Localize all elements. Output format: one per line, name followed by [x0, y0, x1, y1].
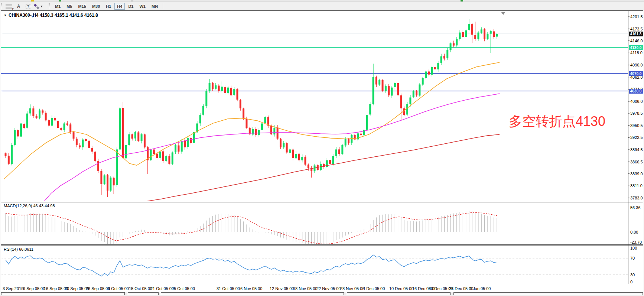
toolbar-gripper[interactable] — [49, 3, 51, 9]
chart-title: ▼CHINA300-,H4 4158.3 4165.1 4141.6 4161.… — [4, 13, 98, 18]
tf-button-W1[interactable]: W1 — [137, 3, 148, 10]
macd-tick-label: 56.36 — [630, 205, 641, 210]
ma-orange — [4, 62, 500, 179]
mt4-application-window: F A T ▼ M1M5M15M30H1H4D1W1MN ▼CHINA300-,… — [0, 0, 644, 296]
price-tick-label: 3866.5 — [630, 160, 643, 164]
rsi-tick-label: 100 — [630, 246, 637, 250]
time-axis-label: 6 Nov 05:00 — [240, 286, 262, 291]
line-studies-and-timeframe-toolbar: F A T ▼ M1M5M15M30H1H4D1W1MN — [0, 2, 644, 10]
price-tick-label: 3978.5 — [630, 111, 643, 116]
time-axis-label: 18 Nov 05:00 — [293, 286, 317, 291]
text-tool-button[interactable]: T — [24, 3, 33, 10]
price-tick-label: 4118.0 — [630, 51, 643, 55]
time-axis-label: 20 Sep 05:00 — [65, 286, 89, 291]
time-axis-label: 10 Dec 05:00 — [389, 286, 413, 291]
price-tick-label: 3922.5 — [630, 135, 643, 140]
fibonacci-icon: F — [6, 4, 12, 9]
bottom-window-strip — [1, 292, 643, 295]
clipped-icon — [131, 0, 133, 1]
rsi-indicator-label: RSI(14) 66.0611 — [4, 247, 33, 251]
tf-button-M1[interactable]: M1 — [52, 3, 63, 10]
macd-tick-label: -23.78 — [630, 240, 642, 244]
time-axis-label: 21 Oct 05:00 — [150, 286, 174, 291]
timeframe-toolbar: M1M5M15M30H1H4D1W1MN — [52, 3, 161, 10]
ma-magenta — [44, 94, 500, 202]
level-price-tag: 4030.0 — [629, 89, 643, 94]
toolbar-separator — [163, 3, 163, 9]
chart-window: ▼CHINA300-,H4 4158.3 4165.1 4141.6 4161.… — [1, 10, 643, 295]
time-axis-label: 31 Oct 05:00 — [217, 286, 240, 291]
rsi-tick-label: 0 — [630, 280, 632, 284]
price-tick-label: 4201.5 — [630, 14, 643, 19]
time-axis-label: 9 Sep 05:00 — [23, 286, 45, 291]
rsi-tick-label: 30 — [630, 273, 635, 277]
macd-indicator-label: MACD(12,26,9) 46.43 44.98 — [4, 204, 55, 208]
label-a-icon: A — [17, 4, 20, 9]
time-axis-label: 12 Nov 05:00 — [270, 286, 294, 291]
fibonacci-tool-button[interactable]: F — [4, 3, 13, 10]
time-axis-label: 28 Nov 05:00 — [340, 286, 364, 291]
macd-group — [6, 211, 497, 246]
tf-button-D1[interactable]: D1 — [126, 3, 136, 10]
time-axis-label: 22 Nov 05:00 — [316, 286, 341, 291]
chevron-down-icon: ▼ — [40, 5, 43, 8]
price-tick-label: 3950.5 — [630, 123, 643, 128]
tf-button-M5[interactable]: M5 — [64, 3, 75, 10]
price-tick-label: 3783.0 — [630, 196, 643, 200]
window-edge-segment — [453, 292, 643, 295]
window-edge-segment — [1, 292, 125, 295]
time-axis-label: 9 Oct 05:00 — [108, 286, 129, 291]
text-t-icon: T — [26, 4, 31, 9]
ma-red — [146, 134, 500, 201]
tf-button-M30[interactable]: M30 — [90, 3, 103, 10]
annotation-text: 多空转折点4130 — [509, 113, 605, 131]
price-tick-label: 4173.5 — [630, 27, 643, 31]
level-price-tag: 4130.0 — [629, 45, 643, 50]
clipped-icon — [461, 0, 463, 1]
rsi-tick-label: 70 — [630, 256, 635, 260]
tf-button-H4[interactable]: H4 — [114, 3, 125, 10]
collapse-indicator-icon[interactable]: ▼ — [4, 14, 7, 17]
clipped-icon — [31, 0, 34, 1]
price-tick-label: 3839.0 — [630, 172, 643, 176]
time-axis-label: 2 Jan 05:00 — [469, 286, 491, 291]
chart-shift-marker-icon[interactable] — [501, 12, 505, 15]
time-axis-label: 3 Sep 2019 — [3, 286, 23, 291]
macd-tick-label: 0.00 — [630, 230, 638, 234]
price-tick-label: 4090.0 — [630, 63, 643, 67]
window-edge-segment — [161, 292, 344, 295]
price-tick-label: 3894.5 — [630, 147, 643, 152]
time-axis-label: 15 Oct 05:00 — [129, 286, 152, 291]
window-edge-segment — [128, 292, 159, 295]
current-price-tag: 4161.8 — [629, 32, 643, 36]
time-axis-label: 4 Dec 05:00 — [363, 286, 385, 291]
time-axis-label: 25 Oct 05:00 — [172, 286, 195, 291]
arrows-tool-button[interactable]: ▼ — [33, 3, 43, 10]
tf-button-M15[interactable]: M15 — [75, 3, 88, 10]
clipped-icon — [59, 0, 61, 1]
level-price-tag: 4070.0 — [629, 71, 643, 76]
window-edge-segment — [347, 292, 451, 295]
chart-left-border — [2, 11, 2, 292]
label-tool-button[interactable]: A — [14, 3, 23, 10]
price-tick-label: 4146.0 — [630, 39, 643, 43]
chart-canvas[interactable] — [1, 11, 643, 295]
tf-button-H1[interactable]: H1 — [103, 3, 114, 10]
time-axis-label: 26 Sep 05:00 — [86, 286, 110, 291]
tf-button-MN[interactable]: MN — [149, 3, 160, 10]
toolbar-gripper[interactable] — [1, 3, 3, 9]
price-tick-label: 3811.0 — [630, 183, 643, 188]
arrows-icon — [34, 4, 39, 9]
candles-group — [5, 19, 498, 197]
macd-signal-line — [6, 213, 497, 244]
price-tick-label: 4006.0 — [630, 99, 643, 104]
clipped-upper-toolbar — [0, 0, 644, 2]
toolbar-separator — [46, 3, 46, 9]
